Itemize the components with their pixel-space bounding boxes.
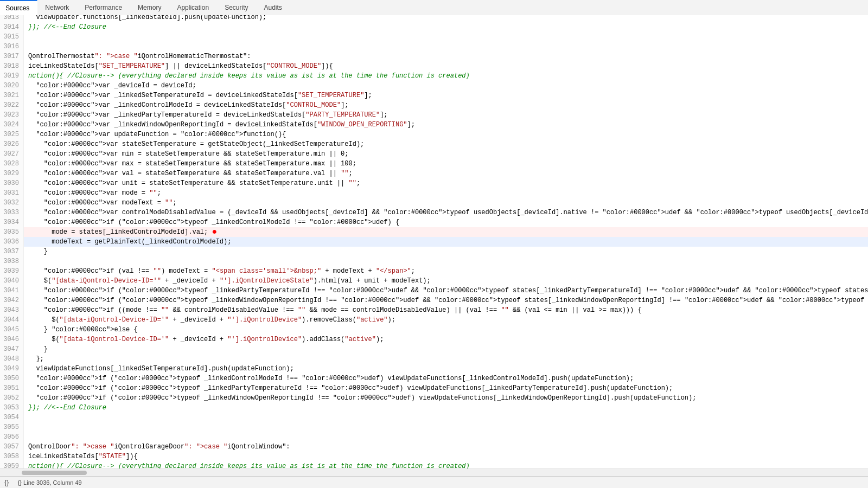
line-content: "color:#0000cc">if ("color:#0000cc">type… [24,374,634,383]
code-line-3028: 3028 "color:#0000cc">var max = stateSetT… [0,159,868,169]
code-line-3044: 3044 $("[data-iQontrol-Device-ID='" + _d… [0,315,868,325]
line-number: 3022 [0,100,24,110]
line-number: 3054 [0,413,24,422]
line-content: iceLinkedStateIds["STATE"]){ [24,452,138,461]
line-number: 3014 [0,22,24,32]
line-content: $("[data-iQontrol-Device-ID='" + _device… [24,335,384,344]
line-number: 3032 [0,198,24,208]
line-number: 3028 [0,159,24,169]
line-number: 3033 [0,208,24,217]
line-number: 3059 [0,461,24,468]
line-number: 3053 [0,403,24,413]
line-content: "color:#0000cc">if ("color:#0000cc">type… [24,296,868,305]
line-number: 3018 [0,61,24,71]
line-number: 3058 [0,452,24,461]
devtools-toolbar: 217 × 650 ⬚ ☰ Elements Console Sources N… [0,0,868,15]
code-editor: 3013 viewUpdater.functions[_linkedStateI… [0,15,868,488]
horizontal-scrollbar-thumb[interactable] [22,471,87,475]
line-number: 3026 [0,139,24,149]
devtools-panel: 217 × 650 ⬚ ☰ Elements Console Sources N… [0,0,868,488]
line-content: "color:#0000cc">var max = stateSetTemper… [24,159,356,169]
line-content: viewUpdateFunctions[_linkedSetTemperatur… [24,364,294,374]
code-line-3013: 3013 viewUpdater.functions[_linkedStateI… [0,15,868,22]
code-line-3037: 3037 } [0,247,868,256]
tab-performance[interactable]: Performance [77,0,130,15]
code-line-3016: 3016 [0,42,868,52]
tab-security[interactable]: Security [217,0,256,15]
line-content: viewUpdater.functions[_linkedStateId].pu… [24,15,266,22]
code-line-3051: 3051 "color:#0000cc">if ("color:#0000cc"… [0,383,868,393]
code-line-3022: 3022 "color:#0000cc">var _linkedControlM… [0,100,868,110]
code-line-3036: 3036 modeText = getPlainText(_linkedCont… [0,237,868,247]
line-content: "color:#0000cc">var updateFunction = "co… [24,130,286,139]
line-content: "color:#0000cc">var _linkedSetTemperatur… [24,91,372,100]
line-number: 3021 [0,91,24,100]
devtools-tabs: Elements Console Sources Network Perform… [0,0,868,15]
line-content: } [24,344,48,354]
tab-memory[interactable]: Memory [130,0,169,15]
tab-sources[interactable]: Sources [0,0,37,15]
code-line-3015: 3015 [0,32,868,42]
code-line-3034: 3034 "color:#0000cc">if ("color:#0000cc"… [0,217,868,227]
line-number: 3016 [0,42,24,52]
code-line-3052: 3052 "color:#0000cc">if ("color:#0000cc"… [0,393,868,403]
line-number: 3019 [0,71,24,81]
line-number: 3013 [0,15,24,22]
code-line-3025: 3025 "color:#0000cc">var updateFunction … [0,130,868,139]
line-content [24,32,28,42]
line-number: 3050 [0,374,24,383]
code-line-3053: 3053}); //<--End Closure [0,403,868,413]
line-content: "color:#0000cc">var _linkedWindowOpenRep… [24,120,415,130]
line-content: }); //<--End Closure [24,403,106,413]
code-line-3058: 3058iceLinkedStateIds["STATE"]){ [0,452,868,461]
code-line-3024: 3024 "color:#0000cc">var _linkedWindowOp… [0,120,868,130]
line-content [24,413,28,422]
line-number: 3025 [0,130,24,139]
line-content: }); //<--End Closure [24,22,106,32]
code-line-3049: 3049 viewUpdateFunctions[_linkedSetTempe… [0,364,868,374]
line-content: "color:#0000cc">var val = stateSetTemper… [24,169,353,178]
tab-network[interactable]: Network [37,0,77,15]
line-content: QontrolThermostat": ">case "iQontrolHome… [24,52,251,61]
code-line-3059: 3059nction(){ //Closure--> (everything d… [0,461,868,468]
code-content[interactable]: 3013 viewUpdater.functions[_linkedStateI… [0,15,868,468]
code-line-3038: 3038 [0,256,868,266]
line-content: "color:#0000cc">if ("color:#0000cc">type… [24,393,696,403]
line-content: "color:#0000cc">var _linkedPartyTemperat… [24,110,388,120]
code-line-3019: 3019nction(){ //Closure--> (everything d… [0,71,868,81]
code-line-3045: 3045 } "color:#0000cc">else { [0,325,868,335]
line-content: } [24,247,48,256]
tab-application[interactable]: Application [169,0,217,15]
line-content: "color:#0000cc">if ((mode !== "" && cont… [24,305,642,315]
tab-audits[interactable]: Audits [256,0,290,15]
line-content: "color:#0000cc">var _deviceId = deviceId… [24,81,196,91]
line-number: 3035 [0,227,24,237]
code-scrollbar-bottom[interactable] [0,468,868,476]
line-number: 3044 [0,315,24,325]
line-number: 3043 [0,305,24,315]
line-number: 3027 [0,149,24,159]
code-line-3050: 3050 "color:#0000cc">if ("color:#0000cc"… [0,374,868,383]
line-number: 3051 [0,383,24,393]
line-number: 3057 [0,442,24,452]
code-line-3054: 3054 [0,413,868,422]
line-content: iceLinkedStateIds["SET_TEMPERATURE"] || … [24,61,333,71]
code-line-3032: 3032 "color:#0000cc">var modeText = ""; [0,198,868,208]
error-dot: ● [212,227,217,237]
line-content: "color:#0000cc">var unit = stateSetTempe… [24,178,360,188]
status-braces-icon: {} [4,478,9,486]
line-number: 3045 [0,325,24,335]
line-content: }; [24,354,44,364]
code-line-3029: 3029 "color:#0000cc">var val = stateSetT… [0,169,868,178]
code-line-3041: 3041 "color:#0000cc">if ("color:#0000cc"… [0,286,868,296]
line-number: 3046 [0,335,24,344]
line-content [24,432,28,442]
line-number: 3017 [0,52,24,61]
code-line-3031: 3031 "color:#0000cc">var mode = ""; [0,188,868,198]
line-number: 3052 [0,393,24,403]
line-content: modeText = getPlainText(_linkedControlMo… [24,237,231,247]
line-number: 3024 [0,120,24,130]
line-content: "color:#0000cc">var stateSetTemperature … [24,139,364,149]
status-line-col: {} Line 3036, Column 49 [18,479,82,486]
line-content: "color:#0000cc">var controlModeDisabledV… [24,208,868,217]
